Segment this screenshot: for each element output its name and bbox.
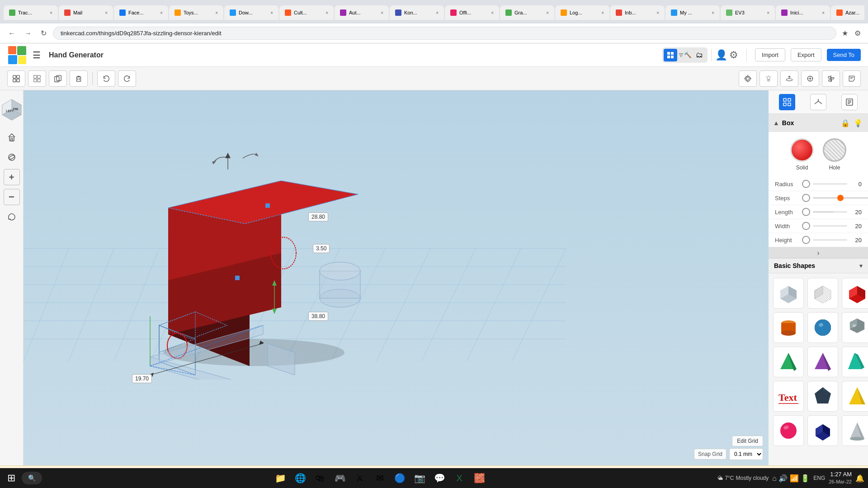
notes-toggle-button[interactable] [841,94,858,110]
shape-item-box-gray[interactable] [773,278,804,309]
lock-button[interactable]: 🔒 [840,118,851,128]
shape-item-box-striped[interactable] [807,278,838,309]
ungroup-button[interactable] [28,70,46,87]
zoom-out-button[interactable]: − [4,189,20,205]
video-taskbar[interactable]: 📷 [410,469,429,487]
length-lock-button[interactable] [802,208,810,216]
store-taskbar[interactable]: 🛍 [311,469,329,487]
back-button[interactable]: ← [5,28,18,39]
tab-gra[interactable]: Gra...× [500,5,554,20]
workplane-button[interactable] [780,70,798,87]
tab-aut[interactable]: Aut...× [335,5,389,20]
tab-toys[interactable]: Toys...× [169,5,223,20]
canvas-area[interactable]: 28.80 3.50 38.80 19.70 Edit Grid Snap Gr… [24,90,769,465]
steps-lock-button[interactable] [802,194,810,202]
tab-log[interactable]: Log...× [555,5,609,20]
settings-button[interactable]: ⚙ [729,49,738,61]
tab-ev3[interactable]: EV3× [721,5,775,20]
shape-item-box-red[interactable] [842,278,868,309]
notes-button[interactable] [843,70,861,87]
library-expand-button[interactable]: ▾ [859,262,863,269]
tab-dow[interactable]: Dow...× [224,5,278,20]
shape-item-pyramid-teal[interactable] [842,347,868,377]
excel-taskbar[interactable]: X [450,469,468,487]
menu-button[interactable]: ☰ [33,50,41,61]
notifications-button[interactable]: 🔔 [855,474,864,483]
tab-cult[interactable]: Cult...× [279,5,334,20]
3d-object-group[interactable] [123,145,394,380]
teams-taskbar[interactable]: 💬 [430,469,448,487]
tab-mail[interactable]: Mail× [59,5,113,20]
shape-item-pentagon[interactable] [807,381,838,412]
home-view-button[interactable] [4,129,20,145]
tab-inb[interactable]: Inb...× [610,5,665,20]
view-cube[interactable]: LEFT FRI [0,96,26,124]
forward-button[interactable]: → [22,28,34,39]
tools-view-button[interactable]: 🔨 [678,49,692,61]
tab-my[interactable]: My ...× [665,5,720,20]
shape-item-pyramid-purple[interactable] [807,347,838,377]
duplicate-button[interactable] [49,70,67,87]
align-distribute-button[interactable] [822,70,840,87]
snap-grid-select[interactable]: 0.1 mm 0.5 mm 1 mm [729,448,763,460]
workplane-toggle-button[interactable] [810,94,826,110]
orbit-button[interactable] [4,149,20,165]
tab-azar[interactable]: Azar...× [831,5,864,20]
search-taskbar-button[interactable]: 🔍 [22,472,42,484]
reload-button[interactable]: ↻ [38,27,49,39]
shape-item-cylinder[interactable] [773,312,804,343]
bulb-button[interactable]: 💡 [853,118,863,128]
delete-button[interactable] [70,70,88,87]
tab-trac[interactable]: Trac...× [4,5,58,20]
redo-button[interactable] [118,70,136,87]
solid-option[interactable]: Solid [790,138,814,171]
height-lock-button[interactable] [802,236,810,244]
tab-face[interactable]: Face...× [114,5,168,20]
steps-slider[interactable] [813,197,868,199]
send-to-button[interactable]: Send To [827,49,861,61]
start-button[interactable]: ⊞ [4,470,19,486]
hole-option[interactable]: Hole [823,138,846,171]
reset-view-button[interactable] [4,209,20,225]
shape-item-box-navy[interactable] [807,415,838,446]
grid-toggle-button[interactable] [779,94,795,110]
shape-item-text[interactable]: Text [773,381,804,412]
shape-item-sphere-pink[interactable] [773,415,804,446]
import-button[interactable]: Import [755,48,785,61]
shape-item-multi[interactable]: /// [842,312,868,343]
edit-grid-button[interactable]: Edit Grid [732,436,763,446]
undo-button[interactable] [97,70,115,87]
export-button[interactable]: Export [791,48,821,61]
chrome-taskbar[interactable]: 🔵 [391,469,409,487]
shape-item-pyramid-green[interactable] [773,347,804,377]
shape-item-sphere[interactable] [807,312,838,343]
tab-offi[interactable]: Offi...× [445,5,499,20]
game-taskbar[interactable]: ⚔ [351,469,369,487]
shape-item-triangle-yellow[interactable] [842,381,868,412]
mail-taskbar[interactable]: ✉ [371,469,389,487]
width-lock-button[interactable] [802,222,810,230]
props-header: ▲ Box 🔒 💡 [769,114,868,132]
camera-view-button[interactable] [739,70,757,87]
extensions-button[interactable]: ⚙ [853,27,863,39]
file-explorer-taskbar[interactable]: 📁 [271,469,289,487]
lego-taskbar[interactable]: 🧱 [470,469,488,487]
gallery-view-button[interactable]: 🗂 [693,49,706,61]
ruler-measure-button[interactable] [801,70,819,87]
zoom-in-button[interactable]: + [4,169,20,185]
tab-kon[interactable]: Kon...× [390,5,444,20]
bookmark-button[interactable]: ★ [840,27,850,39]
url-bar[interactable] [53,27,836,40]
panel-collapse-button[interactable]: › [769,248,868,258]
steam-taskbar[interactable]: 🎮 [331,469,349,487]
shape-item-cone-gray[interactable] [842,415,868,446]
props-expand-button[interactable]: ▲ [773,119,779,127]
radius-lock-button[interactable] [802,180,810,188]
light-button[interactable] [760,70,778,87]
edge-taskbar[interactable]: 🌐 [291,469,309,487]
grid-view-button[interactable] [664,49,677,61]
profile-button[interactable]: 👤 [715,49,727,61]
tab-inici[interactable]: Inici...× [776,5,830,20]
tinkercad-logo[interactable]: TINKERCAD [7,45,27,65]
group-button[interactable] [7,70,25,87]
